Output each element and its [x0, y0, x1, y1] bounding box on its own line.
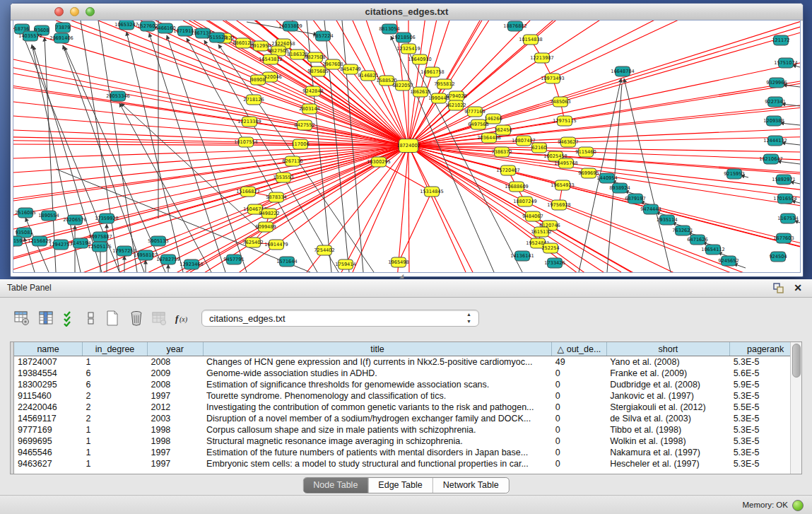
graph-node[interactable]: 1209388: [763, 116, 784, 126]
graph-node[interactable]: 252254: [541, 243, 559, 253]
graph-node[interactable]: 1677603: [773, 233, 794, 243]
graph-node[interactable]: 9227341: [765, 97, 785, 107]
graph-node[interactable]: 7254402: [314, 245, 334, 255]
graph-node[interactable]: 9474444: [640, 204, 661, 214]
graph-node[interactable]: 2516085: [15, 208, 35, 218]
graph-node[interactable]: 9115460: [575, 147, 596, 157]
graph-node[interactable]: 1965498: [388, 257, 408, 267]
citation-edge[interactable]: [408, 63, 800, 146]
graph-node[interactable]: 18807249: [513, 197, 537, 206]
graph-node[interactable]: 9875685: [307, 66, 328, 76]
graph-node[interactable]: 6099489: [255, 222, 276, 232]
graph-node[interactable]: 8938924: [609, 183, 630, 193]
graph-node[interactable]: 18640910: [408, 54, 432, 64]
graph-node[interactable]: 9329966: [766, 78, 787, 88]
graph-node[interactable]: 8813054: [379, 24, 399, 34]
graph-node[interactable]: 7515525: [206, 33, 227, 42]
citation-edge[interactable]: [439, 21, 706, 98]
import-table-icon[interactable]: [148, 308, 170, 329]
column-header-short[interactable]: short: [606, 342, 730, 356]
graph-node[interactable]: 7386372: [491, 147, 512, 157]
column-header-title[interactable]: title: [203, 342, 552, 356]
new-file-icon[interactable]: [102, 308, 123, 329]
tab-node-table[interactable]: Node Table: [303, 478, 368, 493]
function-icon[interactable]: f(x): [172, 308, 194, 329]
graph-node[interactable]: 1733426: [544, 258, 565, 268]
graph-node[interactable]: 1615132: [531, 227, 551, 237]
graph-node[interactable]: 7857224: [312, 31, 333, 41]
citation-edge[interactable]: [551, 248, 800, 272]
citation-edge[interactable]: [538, 243, 800, 272]
graph-node[interactable]: 33159: [13, 236, 23, 246]
citation-edge[interactable]: [254, 100, 408, 146]
graph-node[interactable]: 6794028: [446, 91, 466, 101]
table-settings-icon[interactable]: [11, 308, 33, 329]
citation-edge[interactable]: [542, 21, 800, 58]
graph-node[interactable]: 16914479: [264, 240, 288, 250]
selector-spinner-icon[interactable]: ▲▼: [466, 311, 471, 325]
graph-node[interactable]: 62160: [532, 143, 547, 153]
citation-edge[interactable]: [13, 146, 408, 269]
graph-node[interactable]: 12213987: [530, 53, 554, 63]
graph-node[interactable]: 8267130: [282, 156, 302, 166]
graph-node[interactable]: 117006: [291, 139, 309, 149]
graph-node[interactable]: 9463627: [558, 137, 578, 147]
table-row[interactable]: 911546021997Tourette syndrome. Phenomeno…: [14, 390, 801, 402]
network-canvas[interactable]: 1872400771638228860128891295423226058982…: [13, 20, 801, 273]
table-row[interactable]: 2242004622012Investigating the contribut…: [14, 402, 801, 413]
graph-node[interactable]: 10154838: [519, 35, 543, 45]
select-rows-icon[interactable]: [59, 308, 81, 329]
graph-node[interactable]: 18876882: [503, 21, 527, 31]
citation-edge[interactable]: [13, 146, 408, 243]
graph-node[interactable]: 1571644: [276, 257, 297, 267]
graph-node[interactable]: 1167534: [777, 214, 798, 223]
graph-node[interactable]: 15892971: [772, 175, 796, 185]
row-height-icon[interactable]: [81, 308, 102, 329]
network-graph-svg[interactable]: 1872400771638228860128891295423226058982…: [13, 21, 800, 272]
table-row[interactable]: 946554611997Estimation of the future num…: [14, 447, 801, 458]
graph-node[interactable]: 9699695: [578, 168, 599, 178]
citation-edge[interactable]: [553, 21, 800, 78]
citation-edge[interactable]: [408, 146, 409, 272]
citation-edge[interactable]: [13, 132, 246, 142]
graph-node[interactable]: 1621022: [445, 100, 466, 110]
graph-node[interactable]: 20206576: [63, 215, 87, 225]
graph-node[interactable]: 5905133: [148, 236, 168, 246]
graph-node[interactable]: 9242848: [302, 86, 323, 96]
graph-node[interactable]: 2718126: [243, 95, 264, 105]
graph-node[interactable]: 9146821: [358, 71, 378, 81]
graph-node[interactable]: 7625402: [242, 238, 263, 247]
table-row[interactable]: 969969511998Structural magnetic resonanc…: [14, 436, 801, 447]
graph-node[interactable]: 7632621: [672, 226, 693, 235]
graph-node[interactable]: 15166827: [236, 187, 260, 197]
graph-node[interactable]: 12923468: [180, 259, 204, 269]
graph-node[interactable]: 7955812: [434, 79, 454, 89]
panel-resize-grip[interactable]: ◢: [399, 273, 406, 279]
graph-node[interactable]: 18210647: [759, 154, 783, 164]
graph-node[interactable]: 362456: [494, 125, 512, 135]
citation-edge[interactable]: [475, 21, 800, 112]
table-row[interactable]: 1456911722003Disruption of a novel membe…: [14, 413, 801, 424]
graph-node[interactable]: 15751074: [774, 58, 798, 68]
column-header-in_degree[interactable]: in_degree: [83, 342, 148, 356]
table-row[interactable]: 1872400712008Changes of HCN gene express…: [14, 356, 801, 368]
graph-node[interactable]: 14136141: [510, 251, 534, 261]
graph-node[interactable]: 98908: [251, 75, 266, 85]
graph-node[interactable]: 1353553: [273, 173, 293, 182]
tab-network-table[interactable]: Network Table: [433, 478, 509, 493]
column-header-name[interactable]: name: [14, 342, 83, 356]
table-row[interactable]: 946362711997Embryonic stem cells: a mode…: [14, 458, 801, 469]
graph-node[interactable]: 15314845: [420, 187, 444, 197]
table-row[interactable]: 1938455462009Genome-wide association stu…: [14, 368, 801, 379]
graph-node[interactable]: 5878334: [266, 192, 286, 202]
graph-node[interactable]: 6497568: [468, 119, 488, 129]
graph-node[interactable]: 17957253: [112, 246, 136, 256]
float-panel-icon[interactable]: [773, 283, 784, 293]
column-header-year[interactable]: year: [148, 342, 204, 356]
citation-edge[interactable]: [525, 201, 800, 272]
memory-ok-indicator[interactable]: [792, 500, 804, 511]
tab-edge-table[interactable]: Edge Table: [368, 478, 433, 493]
table-body[interactable]: 1872400712008Changes of HCN gene express…: [14, 356, 801, 470]
citation-edge[interactable]: [457, 21, 800, 96]
citation-edge[interactable]: [531, 21, 800, 40]
